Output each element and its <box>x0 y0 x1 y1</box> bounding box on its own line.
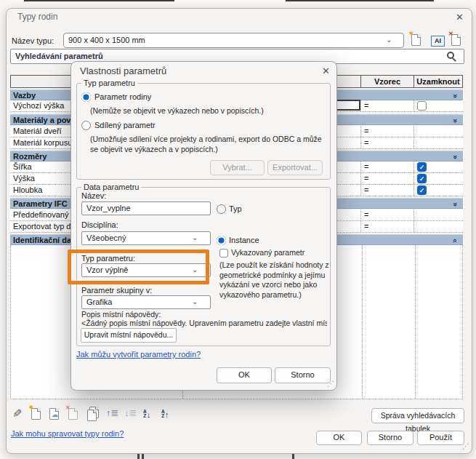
cancel-button[interactable]: Storno <box>367 431 414 445</box>
shared-parameter-label[interactable]: Sdílený parametr <box>94 121 156 129</box>
equals-sign: = <box>364 185 368 194</box>
group-label: Rozměry <box>13 152 47 161</box>
edit-tooltip-button[interactable]: Upravit místní nápovědu... <box>81 328 177 343</box>
delete-parameter-button[interactable]: ✕ <box>68 408 78 420</box>
dialog-title: Vlastnosti parametrů <box>80 65 166 76</box>
sort-descending-button[interactable]: AZ↑ <box>161 407 169 420</box>
param-formula-cell[interactable]: = <box>361 161 414 172</box>
param-lock-cell <box>414 126 463 137</box>
collapse-chevron-icon[interactable]: » <box>450 119 460 123</box>
type-name-value: 900 x 400 x 1500 mm <box>68 36 145 44</box>
family-parameter-note: (Nemůže se objevit ve výkazech nebo v po… <box>90 106 264 116</box>
equals-sign: = <box>364 210 368 219</box>
param-lock-cell <box>414 209 463 220</box>
manage-family-types-help-link[interactable]: Jak mohu spravovat typy rodin? <box>11 429 124 438</box>
rename-type-button[interactable]: AI <box>431 36 445 47</box>
equals-sign: = <box>364 222 368 231</box>
group-parameter-under-label: Parametr skupiny v: <box>81 286 152 295</box>
dialog-ok-button[interactable]: OK <box>217 367 272 383</box>
create-family-parameters-help-link[interactable]: Jak můžu vytvořit parametry rodin? <box>76 350 201 359</box>
arrow-up-icon: ↑ <box>165 410 169 419</box>
equals-sign: = <box>364 101 368 110</box>
pencil-icon: ✎ <box>12 407 22 420</box>
move-up-button[interactable]: ↑≣ <box>106 407 118 419</box>
reporting-parameter-checkbox[interactable] <box>219 249 228 258</box>
equals-sign: = <box>364 174 368 183</box>
star-icon: ✶ <box>28 404 34 411</box>
lock-checkbox-unchecked[interactable] <box>417 101 427 111</box>
group-label: Identifikační data <box>13 236 78 244</box>
collapse-chevron-icon[interactable]: » <box>450 155 460 159</box>
discipline-label: Disciplína: <box>81 220 118 229</box>
window-resize-grip[interactable]: ⋰ <box>462 442 469 450</box>
shared-parameter-radio[interactable] <box>81 121 91 130</box>
expand-chevron-icon[interactable]: » <box>450 239 460 243</box>
type-name-combobox[interactable]: 900 x 400 x 1500 mm <box>63 33 404 48</box>
lines-icon: ≣ <box>111 407 119 418</box>
type-radio[interactable] <box>217 204 226 214</box>
screen: Typy rodin ✕ Název typu: 900 x 400 x 150… <box>0 0 476 459</box>
param-formula-cell[interactable]: = <box>361 100 414 111</box>
ok-button[interactable]: OK <box>316 431 362 445</box>
lock-checkbox-checked[interactable]: ✓ <box>417 185 427 195</box>
collapse-chevron-icon[interactable]: » <box>450 202 460 207</box>
dialog-resize-grip[interactable]: ⋰ <box>327 380 334 388</box>
move-down-button[interactable]: ↓≣ <box>124 407 137 419</box>
column-divider <box>415 245 416 399</box>
dialog-cancel-button[interactable]: Storno <box>275 367 331 383</box>
instance-radio-label[interactable]: Instance <box>229 236 259 244</box>
shared-parameter-note: (Umožňuje sdílení více projekty a rodina… <box>90 135 326 154</box>
param-formula-cell[interactable]: = <box>361 209 414 220</box>
parameter-type-legend: Typ parametru <box>81 79 137 87</box>
column-divider <box>362 245 363 399</box>
window-close-icon[interactable]: ✕ <box>456 12 464 22</box>
reporting-parameter-label[interactable]: Vykazovaný parametr <box>231 248 304 258</box>
new-type-button[interactable]: ✶ <box>411 34 421 46</box>
type-name-label: Název typu: <box>12 36 54 45</box>
grid-header-lock[interactable]: Uzamknout <box>414 75 463 88</box>
red-x-icon: ✕ <box>448 31 453 37</box>
collapse-chevron-icon[interactable]: » <box>450 94 460 98</box>
select-button[interactable]: Vybrat... <box>210 160 265 175</box>
group-parameter-chevron-down-icon[interactable]: ⌄ <box>192 298 198 306</box>
dialog-close-icon[interactable]: ✕ <box>322 66 330 76</box>
modify-parameter-button[interactable]: ☁ <box>49 408 59 420</box>
search-text: Vyhledávání parametrů <box>15 52 103 60</box>
name-value: Vzor_vyplne <box>86 204 131 212</box>
param-formula-cell[interactable]: = <box>361 137 414 148</box>
delete-type-button[interactable]: ✕ <box>451 34 461 46</box>
family-parameter-label[interactable]: Parametr rodiny <box>94 92 151 101</box>
manage-lookup-tables-button[interactable]: Správa vyhledávacích tabulek <box>371 408 464 423</box>
lines-icon: ≣ <box>129 407 137 418</box>
arrow-down-icon: ↓ <box>147 410 151 419</box>
parameter-data-legend: Data parametru <box>81 183 141 191</box>
type-name-chevron-down-icon[interactable]: ⌄ <box>386 36 392 44</box>
lock-checkbox-checked[interactable]: ✓ <box>417 162 427 172</box>
equals-sign: = <box>364 138 368 147</box>
group-parameter-value: Grafika <box>86 298 112 306</box>
lock-checkbox-checked[interactable]: ✓ <box>417 174 427 183</box>
instance-radio[interactable] <box>217 236 226 245</box>
name-input[interactable]: Vzor_vyplne <box>81 201 211 215</box>
export-button[interactable]: Exportovat... <box>267 160 323 175</box>
discipline-chevron-down-icon[interactable]: ⌄ <box>192 234 198 242</box>
search-icon[interactable] <box>447 52 454 59</box>
family-parameter-radio[interactable] <box>81 92 91 102</box>
param-formula-cell[interactable]: = <box>361 221 414 232</box>
name-label: Název: <box>81 191 106 200</box>
param-formula-cell[interactable]: = <box>361 185 414 196</box>
group-label: Parametry IFC <box>13 199 68 208</box>
type-radio-label[interactable]: Typ <box>229 204 242 213</box>
group-label: Vazby <box>13 91 36 100</box>
check-icon: ✓ <box>419 187 425 194</box>
param-formula-cell[interactable]: = <box>361 126 414 137</box>
apply-button[interactable]: Použít <box>417 431 464 445</box>
grid-header-formula[interactable]: Vzorec <box>361 75 414 88</box>
param-formula-cell[interactable]: = <box>361 173 414 184</box>
edit-parameter-button[interactable]: ✎ <box>12 407 22 420</box>
equals-sign: = <box>364 127 368 135</box>
check-icon: ✓ <box>419 175 425 183</box>
new-parameter-button[interactable]: ✶ <box>31 408 41 420</box>
sort-ascending-button[interactable]: AZ↓ <box>143 407 150 420</box>
copy-icon <box>87 410 97 421</box>
